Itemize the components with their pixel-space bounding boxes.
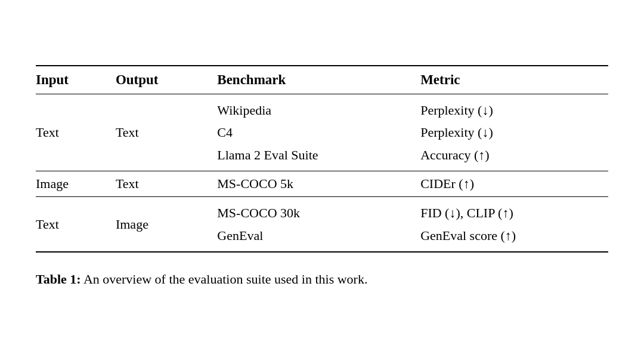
benchmark-cell: MS-COCO 5k <box>211 171 414 197</box>
input-cell: Text <box>36 94 110 171</box>
table-row: Image Text MS-COCO 5k CIDEr (↑) <box>36 171 608 197</box>
col-header-metric: Metric <box>414 66 608 94</box>
col-header-input: Input <box>36 66 110 94</box>
col-header-output: Output <box>110 66 211 94</box>
caption-text: An overview of the evaluation suite used… <box>81 272 368 287</box>
caption-label: Table 1: <box>36 272 81 287</box>
metric-cell: Perplexity (↓)Perplexity (↓)Accuracy (↑) <box>414 94 608 171</box>
output-cell: Image <box>110 197 211 252</box>
benchmark-cell: MS-COCO 30kGenEval <box>211 197 414 252</box>
evaluation-table: Input Output Benchmark Metric Text Text … <box>36 65 608 253</box>
benchmark-cell: WikipediaC4Llama 2 Eval Suite <box>211 94 414 171</box>
table-row: Text Text WikipediaC4Llama 2 Eval Suite … <box>36 94 608 171</box>
input-cell: Image <box>36 171 110 197</box>
output-cell: Text <box>110 171 211 197</box>
table-caption: Table 1: An overview of the evaluation s… <box>36 269 608 289</box>
page-container: Input Output Benchmark Metric Text Text … <box>36 65 608 289</box>
metric-cell: CIDEr (↑) <box>414 171 608 197</box>
output-cell: Text <box>110 94 211 171</box>
col-header-benchmark: Benchmark <box>211 66 414 94</box>
input-cell: Text <box>36 197 110 252</box>
table-row: Text Image MS-COCO 30kGenEval FID (↓), C… <box>36 197 608 252</box>
metric-cell: FID (↓), CLIP (↑)GenEval score (↑) <box>414 197 608 252</box>
table-header-row: Input Output Benchmark Metric <box>36 66 608 94</box>
